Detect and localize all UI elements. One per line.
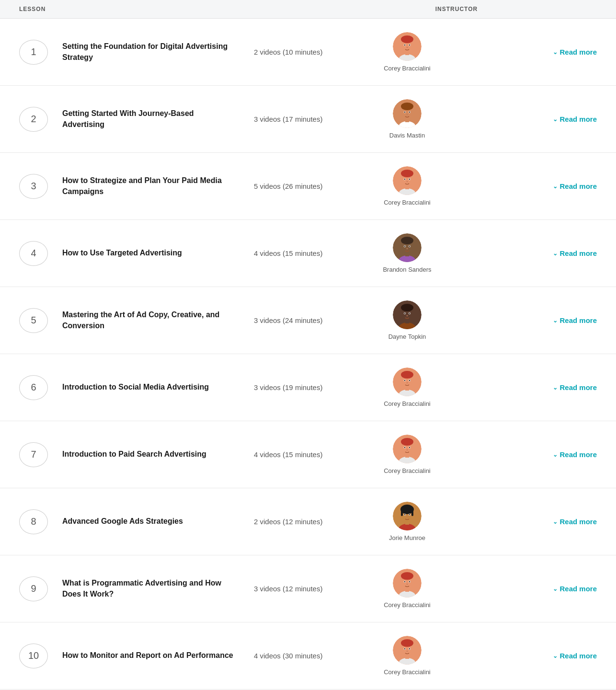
svg-point-79 [404,514,405,515]
lesson-title: Mastering the Art of Ad Copy, Creative, … [62,310,235,331]
read-more-label: Read more [559,450,597,459]
instructor-block: Corey Braccialini [369,435,445,474]
read-more-button[interactable]: ⌄ Read more [465,182,597,190]
svg-rect-76 [411,509,413,516]
read-more-button[interactable]: ⌄ Read more [465,383,597,391]
lesson-title: How to Use Targeted Advertising [62,248,235,258]
read-more-button[interactable]: ⌄ Read more [465,518,597,526]
lesson-number: 1 [19,40,48,65]
svg-point-99 [404,648,405,649]
read-more-label: Read more [559,383,597,391]
lesson-number: 6 [19,375,48,400]
instructor-avatar [393,166,422,195]
svg-point-86 [401,572,413,580]
lesson-number: 4 [19,241,48,266]
instructor-name: Corey Braccialini [384,199,431,206]
instructor-block: Corey Braccialini [369,569,445,609]
read-more-button[interactable]: ⌄ Read more [465,48,597,56]
read-more-label: Read more [559,518,597,526]
lesson-meta: 3 videos (24 minutes) [254,316,340,324]
lesson-meta: 4 videos (30 minutes) [254,652,340,660]
lesson-number: 3 [19,174,48,199]
table-row: 6 Introduction to Social Media Advertisi… [0,354,616,421]
read-more-button[interactable]: ⌄ Read more [465,115,597,123]
instructor-avatar [393,99,422,128]
lesson-number: 8 [19,509,48,534]
instructor-name: Dayne Topkin [388,333,426,340]
instructor-block: Corey Braccialini [369,166,445,206]
svg-point-14 [401,103,413,110]
instructor-block: Dayne Topkin [369,300,445,340]
instructor-name: Corey Braccialini [384,668,431,676]
svg-point-47 [404,313,405,314]
lesson-title: Setting the Foundation for Digital Adver… [62,41,235,63]
instructor-avatar [393,435,422,463]
instructor-avatar [393,502,422,530]
instructor-name: Corey Braccialini [384,601,431,609]
table-row: 7 Introduction to Paid Search Advertisin… [0,421,616,488]
svg-rect-75 [401,509,403,516]
table-row: 2 Getting Started With Journey-Based Adv… [0,86,616,153]
read-more-label: Read more [559,48,597,56]
svg-point-81 [407,517,408,518]
svg-point-29 [407,181,408,182]
svg-point-4 [401,35,413,43]
read-more-button[interactable]: ⌄ Read more [465,450,597,459]
lesson-title: How to Monitor and Report on Ad Performa… [62,650,235,661]
svg-point-28 [409,179,410,180]
chevron-down-icon: ⌄ [553,49,558,56]
lesson-column-header: LESSON [19,6,316,12]
read-more-label: Read more [559,249,597,257]
svg-point-44 [401,304,413,311]
read-more-label: Read more [559,115,597,123]
instructor-name: Corey Braccialini [384,65,431,72]
chevron-down-icon: ⌄ [553,451,558,458]
table-row: 5 Mastering the Art of Ad Copy, Creative… [0,287,616,354]
svg-point-37 [404,246,405,247]
svg-point-59 [407,382,408,383]
read-more-button[interactable]: ⌄ Read more [465,585,597,593]
table-row: 8 Advanced Google Ads Strategies 2 video… [0,488,616,555]
read-more-label: Read more [559,182,597,190]
instructor-name: Corey Braccialini [384,467,431,474]
svg-point-34 [401,237,413,244]
instructor-avatar [393,636,422,665]
read-more-button[interactable]: ⌄ Read more [465,316,597,324]
lesson-number: 10 [19,644,48,668]
chevron-down-icon: ⌄ [553,183,558,190]
chevron-down-icon: ⌄ [553,317,558,324]
table-row: 3 How to Strategize and Plan Your Paid M… [0,153,616,220]
svg-point-18 [409,112,410,113]
lesson-number: 7 [19,442,48,467]
lesson-title: Advanced Google Ads Strategies [62,516,235,527]
svg-point-101 [407,651,408,652]
svg-point-39 [407,248,408,249]
svg-point-49 [407,315,408,316]
read-more-button[interactable]: ⌄ Read more [465,652,597,660]
svg-point-67 [404,447,405,448]
svg-point-8 [409,45,410,46]
svg-point-24 [401,170,413,177]
chevron-down-icon: ⌄ [553,116,558,123]
lesson-number: 2 [19,107,48,132]
table-row: 10 How to Monitor and Report on Ad Perfo… [0,622,616,690]
read-more-label: Read more [559,585,597,593]
instructor-avatar [393,32,422,61]
svg-point-54 [401,371,413,379]
svg-point-17 [404,112,405,113]
read-more-button[interactable]: ⌄ Read more [465,249,597,257]
svg-point-48 [409,313,410,314]
table-header: LESSON INSTRUCTOR [0,0,616,19]
lesson-meta: 5 videos (26 minutes) [254,182,340,190]
instructor-avatar [393,233,422,262]
lesson-meta: 2 videos (10 minutes) [254,48,340,56]
instructor-column-header: INSTRUCTOR [316,6,597,12]
instructor-block: Davis Mastin [369,99,445,139]
lesson-meta: 3 videos (17 minutes) [254,115,340,123]
chevron-down-icon: ⌄ [553,518,558,525]
table-row: 9 What is Programmatic Advertising and H… [0,555,616,622]
svg-point-19 [407,114,408,115]
svg-point-96 [401,639,413,647]
instructor-avatar [393,368,422,396]
svg-point-27 [404,179,405,180]
